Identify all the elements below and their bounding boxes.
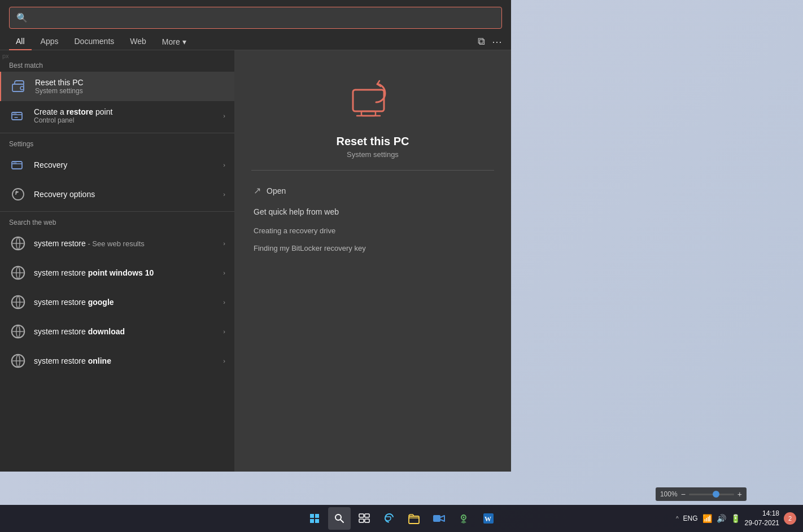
- svg-rect-24: [365, 514, 369, 517]
- date: 29-07-2021: [745, 518, 779, 528]
- result-recovery-options[interactable]: Recovery options ›: [0, 180, 234, 209]
- right-action-open[interactable]: ↗ Open: [251, 180, 494, 202]
- svg-text:W: W: [485, 515, 491, 523]
- explorer-button[interactable]: [403, 507, 425, 530]
- external-link-icon: ↗: [254, 185, 261, 196]
- lang-indicator[interactable]: ENG: [683, 514, 698, 522]
- volume-icon[interactable]: 🔊: [717, 514, 726, 523]
- result-icon-reset-pc: [10, 77, 28, 95]
- result-title-create-restore: Create a restore point: [34, 107, 216, 116]
- right-action-sub2[interactable]: Finding my BitLocker recovery key: [251, 239, 494, 257]
- tab-all[interactable]: All: [9, 33, 32, 50]
- tab-documents[interactable]: Documents: [67, 33, 121, 50]
- word-button[interactable]: W: [477, 507, 500, 530]
- result-text-create-restore: Create a restore point Control panel: [34, 107, 216, 124]
- svg-rect-18: [315, 514, 319, 518]
- web-result-2[interactable]: system restore point windows 10 ›: [0, 258, 234, 287]
- search-bar-icon: 🔍: [16, 12, 28, 23]
- svg-point-3: [14, 114, 15, 115]
- time-display[interactable]: 14:18 29-07-2021: [745, 509, 779, 528]
- svg-point-6: [14, 163, 15, 164]
- nav-tabs: All Apps Documents Web More ▾ ⧉ ⋯: [0, 29, 511, 50]
- zoom-bar: 100% − +: [656, 487, 747, 501]
- svg-rect-27: [409, 516, 419, 524]
- zoom-level: 100%: [660, 490, 678, 498]
- web-result-text-4: system restore download: [34, 327, 216, 336]
- svg-point-4: [15, 114, 16, 115]
- web-result-3[interactable]: system restore google ›: [0, 287, 234, 317]
- search-bar-container: 🔍 system restore: [9, 7, 502, 29]
- meet-button[interactable]: [427, 507, 450, 530]
- web-section-label: Search the web: [0, 214, 234, 229]
- tab-more[interactable]: More ▾: [155, 34, 193, 50]
- svg-rect-25: [359, 519, 364, 522]
- right-action-quick-help[interactable]: Get quick help from web: [251, 202, 494, 222]
- best-match-label: Best match: [0, 57, 234, 72]
- web-result-title-4: system restore download: [34, 327, 216, 336]
- result-recovery[interactable]: Recovery ›: [0, 150, 234, 180]
- web-icon-2: [9, 264, 27, 282]
- chevron-right-icon-web2: ›: [223, 269, 225, 276]
- search-input[interactable]: system restore: [33, 12, 495, 24]
- web-result-5[interactable]: system restore online ›: [0, 346, 234, 376]
- web-result-1[interactable]: system restore - See web results ›: [0, 229, 234, 258]
- chevron-right-icon-web4: ›: [223, 328, 225, 335]
- show-hidden-icons[interactable]: ^: [676, 516, 679, 522]
- wifi-icon[interactable]: 📶: [702, 514, 712, 523]
- chevron-right-icon-2: ›: [223, 162, 225, 168]
- chevron-right-icon-web3: ›: [223, 299, 225, 306]
- right-action-sub1[interactable]: Creating a recovery drive: [251, 222, 494, 239]
- web-icon-4: [9, 322, 27, 341]
- svg-rect-20: [315, 519, 319, 523]
- edge-button[interactable]: [378, 507, 400, 530]
- zoom-in-button[interactable]: +: [737, 490, 742, 499]
- result-icon-recovery-options: [9, 185, 27, 203]
- taskbar: W ^ ENG 📶 🔊 🔋 14:18 29-07-2021 2: [0, 505, 803, 532]
- notification-badge[interactable]: 2: [784, 512, 796, 525]
- result-reset-pc[interactable]: Reset this PC System settings: [0, 72, 234, 101]
- right-icon-area: [344, 73, 401, 126]
- web-icon-1: [9, 234, 27, 252]
- start-button[interactable]: [303, 507, 326, 530]
- zoom-thumb[interactable]: [713, 491, 719, 498]
- svg-rect-2: [12, 112, 22, 120]
- settings-label: Settings: [0, 136, 234, 150]
- search-panel: 🔍 system restore All Apps Documents Web …: [0, 0, 511, 472]
- zoom-slider[interactable]: [689, 494, 734, 495]
- reset-pc-icon: [344, 73, 401, 124]
- result-title-reset-pc: Reset this PC: [35, 78, 225, 87]
- web-result-title-1: system restore - See web results: [34, 239, 216, 248]
- feedback-icon[interactable]: ⧉: [478, 36, 485, 47]
- more-options-icon[interactable]: ⋯: [492, 36, 502, 48]
- svg-rect-26: [365, 519, 369, 522]
- web-result-text-5: system restore online: [34, 356, 216, 365]
- web-result-4[interactable]: system restore download ›: [0, 317, 234, 346]
- task-view-button[interactable]: [353, 507, 376, 530]
- taskbar-search-button[interactable]: [328, 507, 351, 530]
- maps-button[interactable]: [452, 507, 475, 530]
- web-result-text-2: system restore point windows 10: [34, 268, 216, 277]
- divider-2: [0, 211, 234, 212]
- result-title-recovery-options: Recovery options: [34, 190, 216, 199]
- result-create-restore[interactable]: Create a restore point Control panel ›: [0, 101, 234, 130]
- chevron-down-icon: ▾: [182, 37, 186, 46]
- content-area: Best match Reset this PC System settings: [0, 50, 511, 472]
- px-label: px: [0, 51, 11, 60]
- chevron-right-icon-3: ›: [223, 191, 225, 198]
- nav-icons-area: ⧉ ⋯: [478, 36, 502, 48]
- svg-point-30: [463, 517, 465, 518]
- right-panel-title: Reset this PC: [337, 135, 409, 148]
- result-text-reset-pc: Reset this PC System settings: [35, 78, 225, 95]
- result-subtitle-create-restore: Control panel: [34, 116, 216, 124]
- right-panel: Reset this PC System settings ↗ Open Get…: [234, 50, 511, 472]
- svg-point-8: [12, 189, 24, 200]
- tab-apps[interactable]: Apps: [34, 33, 66, 50]
- zoom-out-button[interactable]: −: [681, 490, 686, 499]
- svg-rect-19: [310, 519, 314, 523]
- battery-icon[interactable]: 🔋: [731, 514, 740, 523]
- svg-rect-28: [433, 515, 440, 522]
- svg-rect-0: [12, 84, 24, 91]
- web-result-title-5: system restore online: [34, 356, 216, 365]
- right-divider: [251, 170, 494, 171]
- tab-web[interactable]: Web: [123, 33, 153, 50]
